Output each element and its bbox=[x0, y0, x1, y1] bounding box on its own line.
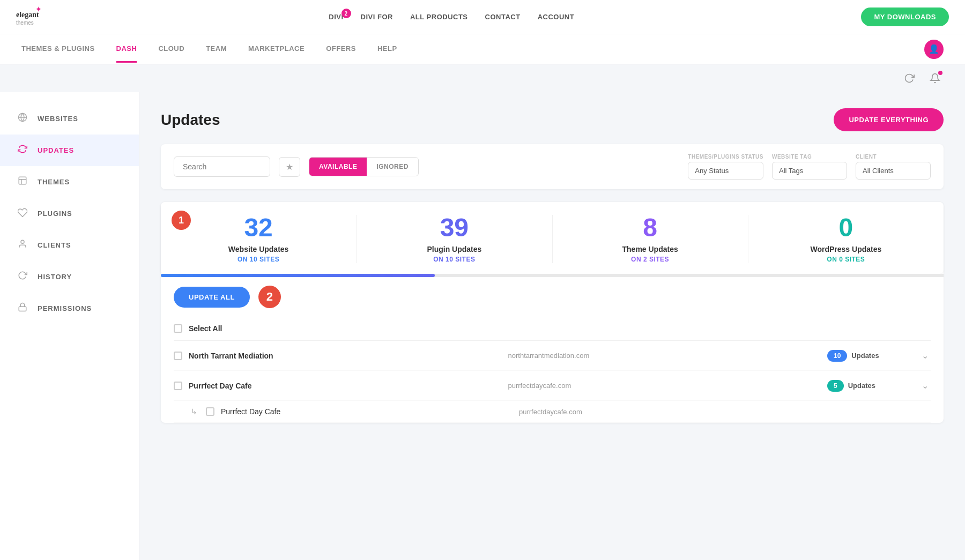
themes-plugins-status-filter: THEMES/PLUGINS STATUS Any Status bbox=[688, 154, 763, 180]
svg-rect-9 bbox=[19, 307, 26, 311]
refresh-sidebar-icon bbox=[16, 144, 29, 156]
select-all-row: Select All bbox=[174, 317, 931, 341]
website-updates-number: 32 bbox=[244, 215, 272, 241]
notification-dot bbox=[938, 71, 942, 75]
user-avatar[interactable]: 👤 bbox=[924, 40, 944, 59]
chevron-button-2[interactable]: ⌄ bbox=[919, 378, 931, 393]
client-filter: CLIENT All Clients bbox=[856, 154, 931, 180]
tab-cloud[interactable]: CLOUD bbox=[158, 36, 184, 63]
stat-badge-1: 1 bbox=[172, 211, 191, 230]
nav-link-divi[interactable]: DIVI 2 bbox=[329, 13, 343, 21]
sub-site-name: Purrfect Day Cafe bbox=[221, 407, 513, 416]
plugins-icon bbox=[16, 207, 29, 220]
sub-nav-links: THEMES & PLUGINS DASH CLOUD TEAM MARKETP… bbox=[21, 36, 397, 63]
sub-site-url: purrfectdaycafe.com bbox=[519, 408, 811, 416]
sidebar-label-websites: WEBSITES bbox=[38, 115, 78, 123]
tab-offers[interactable]: OFFERS bbox=[326, 36, 356, 63]
clients-icon bbox=[16, 239, 29, 251]
update-all-button[interactable]: UPDATE ALL bbox=[174, 287, 250, 308]
wordpress-updates-number: 0 bbox=[839, 215, 853, 241]
nav-link-contact[interactable]: CONTACT bbox=[485, 13, 521, 21]
sidebar-label-history: HISTORY bbox=[38, 273, 72, 281]
sidebar-label-updates: UPDATES bbox=[38, 146, 74, 154]
sidebar-item-updates[interactable]: UPDATES bbox=[0, 135, 139, 166]
site-checkbox-1[interactable] bbox=[174, 352, 182, 360]
sidebar-item-plugins[interactable]: PLUGINS bbox=[0, 198, 139, 229]
client-select[interactable]: All Clients bbox=[856, 162, 931, 180]
theme-updates-label: Theme Updates bbox=[622, 245, 678, 253]
sidebar-label-permissions: PERMISSIONS bbox=[38, 304, 92, 312]
logo[interactable]: elegant themes ✦ bbox=[16, 6, 42, 28]
sidebar-item-clients[interactable]: CLIENTS bbox=[0, 229, 139, 261]
tab-team[interactable]: TEAM bbox=[206, 36, 227, 63]
sidebar-label-clients: CLIENTS bbox=[38, 241, 71, 249]
nav-link-account[interactable]: ACCOUNT bbox=[538, 13, 575, 21]
select-all-checkbox[interactable] bbox=[174, 324, 182, 333]
sidebar-label-themes: THEMES bbox=[38, 178, 70, 186]
plugin-updates-number: 39 bbox=[440, 215, 469, 241]
site-updates-2: 5 Updates bbox=[827, 380, 913, 392]
chevron-button-1[interactable]: ⌄ bbox=[919, 348, 931, 363]
site-updates-1: 10 Updates bbox=[827, 350, 913, 362]
website-tag-select[interactable]: All Tags bbox=[772, 162, 847, 180]
stat-theme-updates: 8 Theme Updates ON 2 SITES bbox=[553, 215, 748, 263]
svg-text:themes: themes bbox=[16, 20, 34, 26]
table-row: North Tarrant Mediation northtarrantmedi… bbox=[174, 341, 931, 371]
site-checkbox-2[interactable] bbox=[174, 382, 182, 390]
site-name-2: Purrfect Day Cafe bbox=[189, 382, 502, 390]
sub-navigation: THEMES & PLUGINS DASH CLOUD TEAM MARKETP… bbox=[0, 34, 965, 64]
table-row: Purrfect Day Cafe purrfectdaycafe.com 5 … bbox=[174, 371, 931, 401]
sub-arrow-icon: ↳ bbox=[191, 407, 197, 416]
divi-badge: 2 bbox=[342, 9, 351, 18]
select-all-label: Select All bbox=[189, 324, 222, 333]
sidebar-item-history[interactable]: HISTORY bbox=[0, 261, 139, 293]
tab-dash[interactable]: DASH bbox=[116, 36, 137, 63]
client-label: CLIENT bbox=[856, 154, 931, 160]
search-input[interactable] bbox=[174, 156, 270, 177]
site-url-2: purrfectdaycafe.com bbox=[508, 382, 821, 390]
my-downloads-button[interactable]: MY DOWNLOADS bbox=[861, 8, 949, 26]
website-tag-filter: WEBSITE TAG All Tags bbox=[772, 154, 847, 180]
nav-right: MY DOWNLOADS bbox=[861, 8, 949, 26]
nav-link-all-products[interactable]: ALL PRODUCTS bbox=[410, 13, 468, 21]
nav-link-divi-for[interactable]: DIVI FOR bbox=[361, 13, 393, 21]
stats-row: 1 32 Website Updates ON 10 SITES 39 Plug… bbox=[161, 202, 944, 274]
update-everything-button[interactable]: UPDATE EVERYTHING bbox=[834, 108, 944, 131]
themes-plugins-status-select[interactable]: Any Status bbox=[688, 162, 763, 180]
tab-help[interactable]: HELP bbox=[377, 36, 397, 63]
website-tag-label: WEBSITE TAG bbox=[772, 154, 847, 160]
updates-label-2: Updates bbox=[848, 382, 875, 390]
wordpress-updates-sites: ON 0 SITES bbox=[827, 256, 865, 263]
permissions-icon bbox=[16, 302, 29, 315]
tab-themes-plugins[interactable]: THEMES & PLUGINS bbox=[21, 36, 95, 63]
themes-icon bbox=[16, 176, 29, 188]
sidebar-item-themes[interactable]: THEMES bbox=[0, 166, 139, 198]
page-title: Updates bbox=[161, 111, 220, 129]
notification-icon[interactable] bbox=[926, 70, 944, 87]
stat-wordpress-updates: 0 WordPress Updates ON 0 SITES bbox=[748, 215, 944, 263]
tab-available[interactable]: AVAILABLE bbox=[309, 158, 367, 176]
content-header: Updates UPDATE EVERYTHING bbox=[161, 108, 944, 131]
table-row: ↳ Purrfect Day Cafe purrfectdaycafe.com bbox=[174, 401, 931, 423]
sidebar-label-plugins: PLUGINS bbox=[38, 210, 72, 218]
history-icon bbox=[16, 271, 29, 283]
site-url-1: northtarrantmediation.com bbox=[508, 352, 821, 360]
plugin-updates-label: Plugin Updates bbox=[427, 245, 481, 253]
tab-ignored[interactable]: IGNORED bbox=[367, 158, 418, 176]
stats-update-card: 1 32 Website Updates ON 10 SITES 39 Plug… bbox=[161, 202, 944, 423]
sidebar-item-permissions[interactable]: PERMISSIONS bbox=[0, 293, 139, 324]
stat-plugin-updates: 39 Plugin Updates ON 10 SITES bbox=[357, 215, 552, 263]
refresh-icon[interactable] bbox=[901, 70, 918, 87]
globe-icon bbox=[16, 113, 29, 125]
status-tab-group: AVAILABLE IGNORED bbox=[309, 157, 419, 176]
theme-updates-sites: ON 2 SITES bbox=[631, 256, 669, 263]
tab-marketplace[interactable]: MARKETPLACE bbox=[248, 36, 305, 63]
svg-text:✦: ✦ bbox=[35, 6, 42, 13]
main-content: Updates UPDATE EVERYTHING ★ AVAILABLE IG… bbox=[139, 92, 965, 560]
nav-links: DIVI 2 DIVI FOR ALL PRODUCTS CONTACT ACC… bbox=[329, 13, 574, 21]
wordpress-updates-label: WordPress Updates bbox=[810, 245, 881, 253]
sub-site-checkbox[interactable] bbox=[206, 407, 214, 416]
sidebar-item-websites[interactable]: WEBSITES bbox=[0, 103, 139, 135]
filter-row: ★ AVAILABLE IGNORED THEMES/PLUGINS STATU… bbox=[161, 144, 944, 189]
star-filter-button[interactable]: ★ bbox=[279, 157, 300, 177]
